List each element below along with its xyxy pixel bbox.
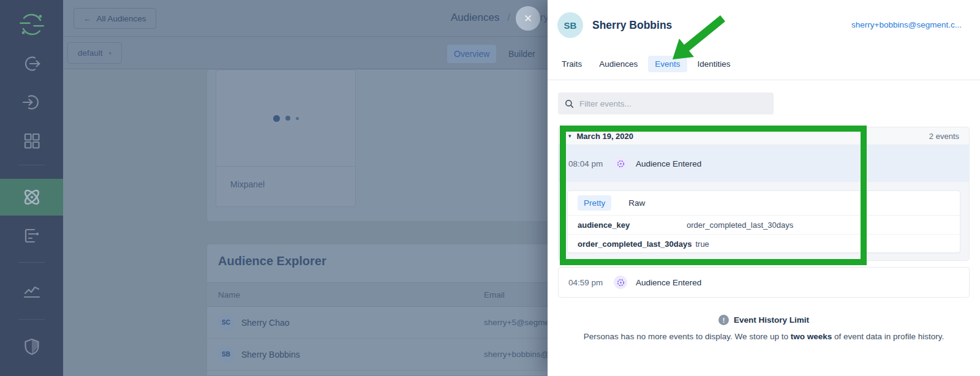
sources-icon <box>22 54 42 73</box>
event-row-0804pm[interactable]: 08:04 pm Audience Entered <box>559 145 969 182</box>
segment-logo[interactable] <box>0 6 63 43</box>
destination-tile-label: Mixpanel <box>230 179 265 189</box>
explorer-table-header: Name Email <box>207 282 548 307</box>
sidebar-divider <box>18 262 45 263</box>
journeys-icon <box>22 226 42 246</box>
tab-events[interactable]: Events <box>648 56 687 72</box>
sidebar-item-analytics[interactable] <box>0 273 63 310</box>
breadcrumb-section[interactable]: Audiences <box>451 12 499 23</box>
search-icon <box>565 99 574 108</box>
sidebar <box>0 0 63 376</box>
event-detail-card: Pretty Raw audience_key order_completed_… <box>567 190 960 253</box>
property-value: true <box>695 239 709 249</box>
environment-dropdown[interactable]: default ▾ <box>67 42 122 64</box>
avatar: SC <box>218 315 234 331</box>
segment-logo-icon <box>19 12 45 37</box>
profile-header: SB Sherry Bobbins sherry+bobbins@segment… <box>548 0 980 80</box>
back-arrow-icon: ← <box>83 14 92 23</box>
tab-audiences[interactable]: Audiences <box>592 56 644 72</box>
sidebar-item-protocols[interactable] <box>0 328 63 365</box>
sidebar-item-catalog[interactable] <box>0 122 63 159</box>
event-group-date: March 19, 2020 <box>577 132 929 141</box>
tab-identities[interactable]: Identities <box>691 56 737 72</box>
profile-email-link[interactable]: sherry+bobbins@segment.c... <box>851 20 962 29</box>
all-audiences-back-button[interactable]: ← All Audiences <box>74 8 156 29</box>
environment-label: default <box>78 48 103 58</box>
event-detail-section: Pretty Raw audience_key order_completed_… <box>559 182 969 261</box>
property-row: order_completed_last_30days true <box>568 235 960 254</box>
tab-traits[interactable]: Traits <box>555 56 589 72</box>
row-email: sherry+5@segment.com <box>484 318 548 327</box>
sidebar-divider <box>18 319 45 320</box>
audience-explorer-title: Audience Explorer <box>218 254 326 268</box>
limit-message-bold: two weeks <box>791 332 832 341</box>
property-value: order_completed_last_30days <box>687 220 793 230</box>
row-name: Sherry Chao <box>241 318 484 328</box>
loading-dot <box>285 116 290 121</box>
protocols-shield-icon <box>22 337 42 356</box>
event-group-count: 2 events <box>929 132 959 141</box>
breadcrumb-separator: / <box>507 12 510 23</box>
loading-dot <box>273 115 280 122</box>
alert-icon: ! <box>718 315 729 325</box>
event-history-limit-title: Event History Limit <box>734 315 809 325</box>
audience-target-icon <box>614 157 627 170</box>
event-time: 08:04 pm <box>568 159 614 168</box>
search-input[interactable] <box>579 99 767 108</box>
top-bar: ← All Audiences Audiences / Sherry ✕ <box>63 0 548 37</box>
analytics-chart-icon <box>22 282 42 301</box>
chevron-down-icon: ▾ <box>109 50 112 56</box>
row-email: sherry+bobbins@segment.com <box>484 350 548 359</box>
sidebar-item-destinations[interactable] <box>0 84 63 121</box>
loading-dot <box>296 117 299 120</box>
avatar: SB <box>557 12 583 38</box>
tab-traits-label: Traits <box>562 59 582 69</box>
table-row[interactable]: SB Sherry Bobbins sherry+bobbins@segment… <box>207 339 548 370</box>
property-row: audience_key order_completed_last_30days <box>568 216 960 235</box>
main-content: ← All Audiences Audiences / Sherry ✕ def… <box>63 0 548 376</box>
app-root: ← All Audiences Audiences / Sherry ✕ def… <box>0 0 980 376</box>
tab-events-label: Events <box>655 59 680 69</box>
column-header-email: Email <box>484 290 505 299</box>
tab-overview-label: Overview <box>454 49 489 59</box>
tab-builder-label: Builder <box>508 49 535 59</box>
tab-builder[interactable]: Builder <box>502 45 542 63</box>
profile-name: Sherry Bobbins <box>592 19 672 32</box>
audience-toolbar: default ▾ Overview Builder S <box>63 37 548 69</box>
event-time: 04:59 pm <box>568 278 614 287</box>
limit-message-prefix: Personas has no more events to display. … <box>584 332 791 341</box>
tab-overview[interactable]: Overview <box>447 45 496 63</box>
destination-loading-area <box>216 70 355 167</box>
avatar: SB <box>218 347 234 363</box>
collapse-caret-icon: ▾ <box>568 133 571 139</box>
close-panel-button[interactable]: ✕ <box>516 6 540 31</box>
tab-pretty[interactable]: Pretty <box>578 195 611 211</box>
destinations-icon <box>22 92 42 112</box>
personas-atom-icon <box>21 186 43 208</box>
tab-identities-label: Identities <box>698 59 731 69</box>
tab-audiences-label: Audiences <box>599 59 638 69</box>
back-button-label: All Audiences <box>97 14 146 23</box>
close-icon: ✕ <box>524 12 532 25</box>
event-group-header[interactable]: ▾ March 19, 2020 2 events <box>559 127 969 145</box>
sidebar-item-journeys[interactable] <box>0 217 63 254</box>
limit-message-suffix: of event data in profile history. <box>832 332 944 341</box>
detail-view-tabs: Pretty Raw <box>568 191 960 216</box>
sidebar-item-personas[interactable] <box>0 179 63 216</box>
audience-explorer-card: Audience Explorer Name Email SC Sherry C… <box>206 244 548 376</box>
event-history-limit: ! Event History Limit <box>548 315 980 325</box>
table-row[interactable]: SC Sherry Chao sherry+5@segment.com <box>207 307 548 339</box>
event-history-limit-message: Personas has no more events to display. … <box>548 332 980 341</box>
tab-raw[interactable]: Raw <box>622 195 651 211</box>
filter-events-search <box>558 92 774 115</box>
row-name: Sherry Bobbins <box>241 350 484 359</box>
event-group-march-19: ▾ March 19, 2020 2 events 08:04 pm Audie… <box>558 127 970 261</box>
sidebar-item-sources[interactable] <box>0 45 63 82</box>
column-header-name: Name <box>207 290 484 299</box>
sidebar-divider <box>18 165 45 165</box>
mixpanel-destination-tile[interactable]: Mixpanel <box>216 70 356 207</box>
event-name: Audience Entered <box>636 278 701 287</box>
profile-panel: SB Sherry Bobbins sherry+bobbins@segment… <box>548 0 980 376</box>
event-row-0459pm[interactable]: 04:59 pm Audience Entered <box>558 267 970 298</box>
property-key: audience_key <box>578 220 683 230</box>
